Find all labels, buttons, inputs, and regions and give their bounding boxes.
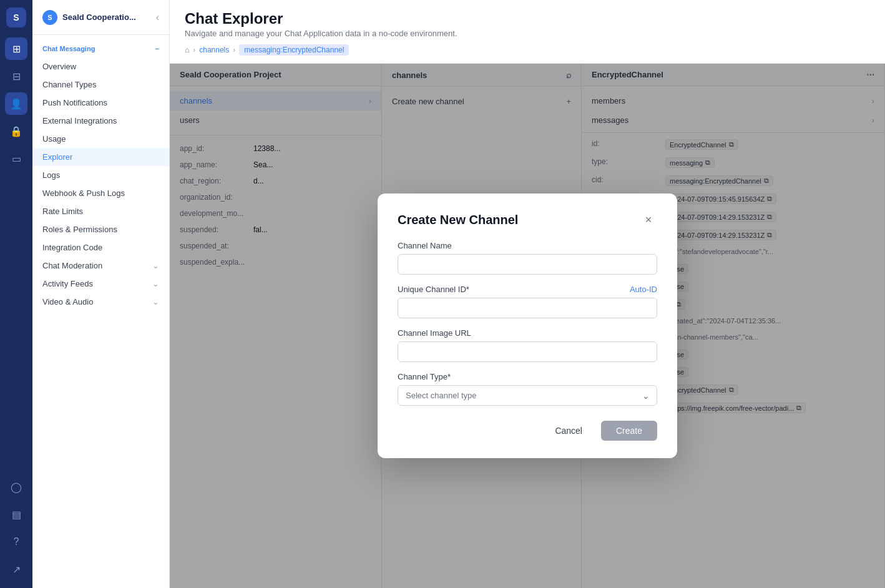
sidebar-item-integration-code[interactable]: Integration Code — [32, 238, 169, 257]
channel-image-label: Channel Image URL — [398, 328, 657, 338]
explorer: Seald Cooperation Project channels › use… — [170, 64, 885, 588]
channel-image-input[interactable] — [398, 341, 657, 362]
modal-title: Create New Channel — [398, 213, 518, 227]
main-content: Chat Explorer Navigate and manage your C… — [170, 0, 885, 588]
channel-type-select[interactable]: Select channel type — [398, 385, 657, 406]
channel-name-input[interactable] — [398, 254, 657, 275]
breadcrumb-sep1: › — [193, 46, 195, 54]
rail-icon-grid[interactable]: ⊟ — [5, 65, 27, 87]
rail-icon-help[interactable]: ? — [5, 531, 27, 553]
sidebar-group-chat-moderation[interactable]: Chat Moderation ⌄ — [32, 257, 169, 275]
icon-rail: S ⊞ ⊟ 👤 🔒 ▭ ◯ ▤ ? ↗ — [0, 0, 32, 588]
breadcrumb-home-icon[interactable]: ⌂ — [185, 46, 189, 54]
breadcrumb-active[interactable]: messaging:EncryptedChannel — [239, 44, 349, 56]
collapse-icon[interactable]: ‹ — [156, 12, 159, 23]
channel-type-group: Channel Type* Select channel type ⌄ — [398, 372, 657, 406]
app-logo: S — [6, 7, 26, 27]
chevron-down-icon: ⌄ — [152, 297, 159, 306]
sidebar-nav: Chat Messaging − Overview Channel Types … — [32, 35, 169, 588]
breadcrumb: ⌂ › channels › messaging:EncryptedChanne… — [185, 44, 870, 56]
sidebar-item-overview[interactable]: Overview — [32, 57, 169, 76]
modal-footer: Cancel Create — [398, 421, 657, 441]
sidebar-item-explorer[interactable]: Explorer — [32, 148, 169, 166]
channel-id-group: Unique Channel ID* Auto-ID — [398, 285, 657, 318]
main-header: Chat Explorer Navigate and manage your C… — [170, 0, 885, 64]
sidebar-group-video-audio[interactable]: Video & Audio ⌄ — [32, 293, 169, 311]
cancel-button[interactable]: Cancel — [542, 421, 595, 441]
rail-icon-card[interactable]: ▭ — [5, 147, 27, 170]
page-title: Chat Explorer — [185, 10, 870, 27]
chevron-down-icon: ⌄ — [152, 261, 159, 270]
rail-icon-user-bottom[interactable]: ◯ — [5, 476, 27, 498]
breadcrumb-sep2: › — [233, 46, 235, 54]
auto-id-button[interactable]: Auto-ID — [630, 285, 657, 294]
channel-type-select-wrapper: Select channel type ⌄ — [398, 385, 657, 406]
sidebar-item-rate-limits[interactable]: Rate Limits — [32, 202, 169, 220]
page-subtitle: Navigate and manage your Chat Applicatio… — [185, 29, 870, 38]
chevron-down-icon: ⌄ — [152, 279, 159, 288]
channel-type-label: Channel Type* — [398, 372, 657, 381]
rail-icon-book[interactable]: ▤ — [5, 503, 27, 526]
channel-id-input[interactable] — [398, 298, 657, 318]
modal-header: Create New Channel × — [398, 211, 657, 228]
rail-icon-dashboard[interactable]: ⊞ — [5, 37, 27, 60]
modal-close-button[interactable]: × — [640, 211, 657, 228]
sidebar-item-external-integrations[interactable]: External Integrations — [32, 112, 169, 130]
channel-image-group: Channel Image URL — [398, 328, 657, 362]
section-collapse-icon[interactable]: − — [155, 45, 159, 52]
sidebar-item-logs[interactable]: Logs — [32, 166, 169, 184]
rail-icon-users[interactable]: 👤 — [5, 92, 27, 115]
rail-icon-lock[interactable]: 🔒 — [5, 120, 27, 142]
project-name: Seald Cooperatio... — [62, 12, 136, 22]
sidebar-item-channel-types[interactable]: Channel Types — [32, 76, 169, 94]
sidebar-item-usage[interactable]: Usage — [32, 130, 169, 148]
modal-overlay: Create New Channel × Channel Name Unique… — [170, 64, 885, 588]
sidebar-item-push-notifications[interactable]: Push Notifications — [32, 94, 169, 112]
channel-name-group: Channel Name — [398, 241, 657, 275]
sidebar-section-chat-messaging: Chat Messaging − — [32, 42, 169, 57]
sidebar-item-webhook-push-logs[interactable]: Webhook & Push Logs — [32, 184, 169, 202]
project-icon: S — [42, 10, 57, 25]
project-selector[interactable]: S Seald Cooperatio... — [42, 10, 136, 25]
rail-icon-export[interactable]: ↗ — [5, 558, 27, 581]
channel-id-label: Unique Channel ID* Auto-ID — [398, 285, 657, 294]
create-button[interactable]: Create — [601, 421, 657, 441]
sidebar: S Seald Cooperatio... ‹ Chat Messaging −… — [32, 0, 170, 588]
breadcrumb-channels[interactable]: channels — [199, 46, 229, 54]
sidebar-header: S Seald Cooperatio... ‹ — [32, 0, 169, 35]
channel-name-label: Channel Name — [398, 241, 657, 250]
sidebar-item-roles-permissions[interactable]: Roles & Permissions — [32, 220, 169, 238]
sidebar-group-activity-feeds[interactable]: Activity Feeds ⌄ — [32, 275, 169, 293]
create-channel-modal: Create New Channel × Channel Name Unique… — [378, 194, 677, 458]
